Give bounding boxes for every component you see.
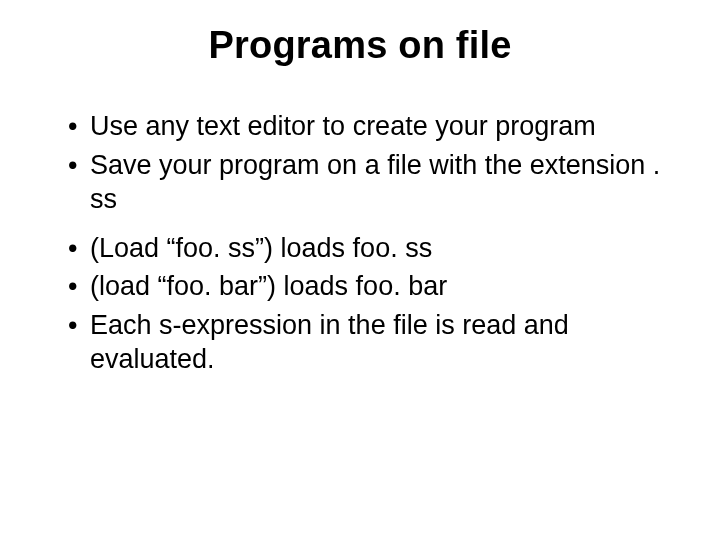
spacer bbox=[68, 221, 670, 231]
list-item: (Load “foo. ss”) loads foo. ss bbox=[68, 231, 670, 266]
slide-title: Programs on file bbox=[40, 24, 680, 67]
list-item: Each s-expression in the file is read an… bbox=[68, 308, 670, 377]
slide: Programs on file Use any text editor to … bbox=[0, 0, 720, 540]
bullet-list: Use any text editor to create your progr… bbox=[40, 109, 680, 377]
list-item: (load “foo. bar”) loads foo. bar bbox=[68, 269, 670, 304]
list-item: Use any text editor to create your progr… bbox=[68, 109, 670, 144]
list-item: Save your program on a file with the ext… bbox=[68, 148, 670, 217]
